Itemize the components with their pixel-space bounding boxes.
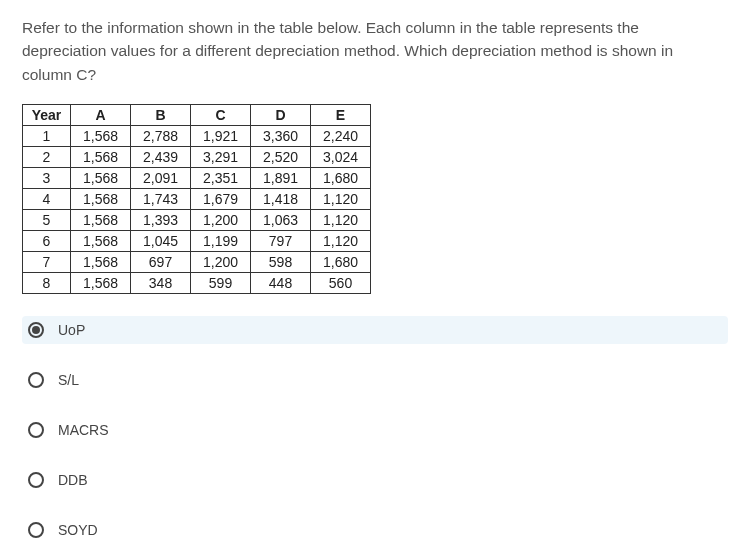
table-cell: 348	[131, 272, 191, 293]
table-cell: 599	[191, 272, 251, 293]
table-cell: 1,891	[251, 167, 311, 188]
table-cell: 1,680	[311, 167, 371, 188]
table-header-row: Year A B C D E	[23, 104, 371, 125]
table-cell: 2	[23, 146, 71, 167]
table-cell: 1,063	[251, 209, 311, 230]
table-cell: 1,680	[311, 251, 371, 272]
table-cell: 3,291	[191, 146, 251, 167]
table-cell: 1,679	[191, 188, 251, 209]
table-cell: 598	[251, 251, 311, 272]
radio-icon[interactable]	[28, 372, 44, 388]
table-cell: 1,418	[251, 188, 311, 209]
table-cell: 1,120	[311, 188, 371, 209]
table-cell: 2,240	[311, 125, 371, 146]
table-cell: 560	[311, 272, 371, 293]
answer-option[interactable]: MACRS	[22, 416, 728, 444]
depreciation-table: Year A B C D E 11,5682,7881,9213,3602,24…	[22, 104, 371, 294]
table-cell: 4	[23, 188, 71, 209]
table-row: 31,5682,0912,3511,8911,680	[23, 167, 371, 188]
table-cell: 1,393	[131, 209, 191, 230]
table-row: 71,5686971,2005981,680	[23, 251, 371, 272]
table-cell: 448	[251, 272, 311, 293]
radio-icon[interactable]	[28, 322, 44, 338]
radio-icon[interactable]	[28, 472, 44, 488]
table-row: 11,5682,7881,9213,3602,240	[23, 125, 371, 146]
answer-option[interactable]: S/L	[22, 366, 728, 394]
table-cell: 8	[23, 272, 71, 293]
table-row: 21,5682,4393,2912,5203,024	[23, 146, 371, 167]
table-header-cell: E	[311, 104, 371, 125]
radio-icon[interactable]	[28, 422, 44, 438]
table-header-cell: B	[131, 104, 191, 125]
table-cell: 2,439	[131, 146, 191, 167]
table-row: 81,568348599448560	[23, 272, 371, 293]
answer-option-label: SOYD	[58, 522, 98, 538]
table-cell: 1,568	[71, 230, 131, 251]
table-cell: 3,024	[311, 146, 371, 167]
table-header-cell: A	[71, 104, 131, 125]
table-cell: 2,351	[191, 167, 251, 188]
answer-option[interactable]: UoP	[22, 316, 728, 344]
answer-option-label: MACRS	[58, 422, 109, 438]
table-cell: 697	[131, 251, 191, 272]
question-text: Refer to the information shown in the ta…	[22, 16, 722, 86]
table-cell: 2,091	[131, 167, 191, 188]
table-header-cell: D	[251, 104, 311, 125]
table-cell: 1,120	[311, 230, 371, 251]
answer-option[interactable]: SOYD	[22, 516, 728, 544]
table-cell: 5	[23, 209, 71, 230]
table-cell: 1,120	[311, 209, 371, 230]
table-row: 51,5681,3931,2001,0631,120	[23, 209, 371, 230]
table-cell: 6	[23, 230, 71, 251]
table-cell: 1,568	[71, 272, 131, 293]
table-cell: 1	[23, 125, 71, 146]
table-header-cell: C	[191, 104, 251, 125]
table-row: 41,5681,7431,6791,4181,120	[23, 188, 371, 209]
answer-option-label: S/L	[58, 372, 79, 388]
radio-icon[interactable]	[28, 522, 44, 538]
table-cell: 2,520	[251, 146, 311, 167]
table-cell: 1,568	[71, 188, 131, 209]
table-cell: 3	[23, 167, 71, 188]
table-cell: 797	[251, 230, 311, 251]
table-cell: 1,568	[71, 251, 131, 272]
table-cell: 1,568	[71, 146, 131, 167]
table-cell: 7	[23, 251, 71, 272]
answer-option[interactable]: DDB	[22, 466, 728, 494]
table-cell: 1,568	[71, 209, 131, 230]
table-cell: 1,045	[131, 230, 191, 251]
table-cell: 2,788	[131, 125, 191, 146]
table-body: 11,5682,7881,9213,3602,24021,5682,4393,2…	[23, 125, 371, 293]
answer-option-label: UoP	[58, 322, 85, 338]
table-cell: 1,568	[71, 125, 131, 146]
question-page: Refer to the information shown in the ta…	[0, 0, 750, 557]
table-cell: 1,743	[131, 188, 191, 209]
table-row: 61,5681,0451,1997971,120	[23, 230, 371, 251]
table-cell: 1,199	[191, 230, 251, 251]
answer-options: UoPS/LMACRSDDBSOYD	[22, 316, 728, 544]
table-cell: 1,921	[191, 125, 251, 146]
table-header-cell: Year	[23, 104, 71, 125]
answer-option-label: DDB	[58, 472, 88, 488]
table-cell: 1,200	[191, 209, 251, 230]
table-cell: 1,568	[71, 167, 131, 188]
table-cell: 3,360	[251, 125, 311, 146]
table-cell: 1,200	[191, 251, 251, 272]
